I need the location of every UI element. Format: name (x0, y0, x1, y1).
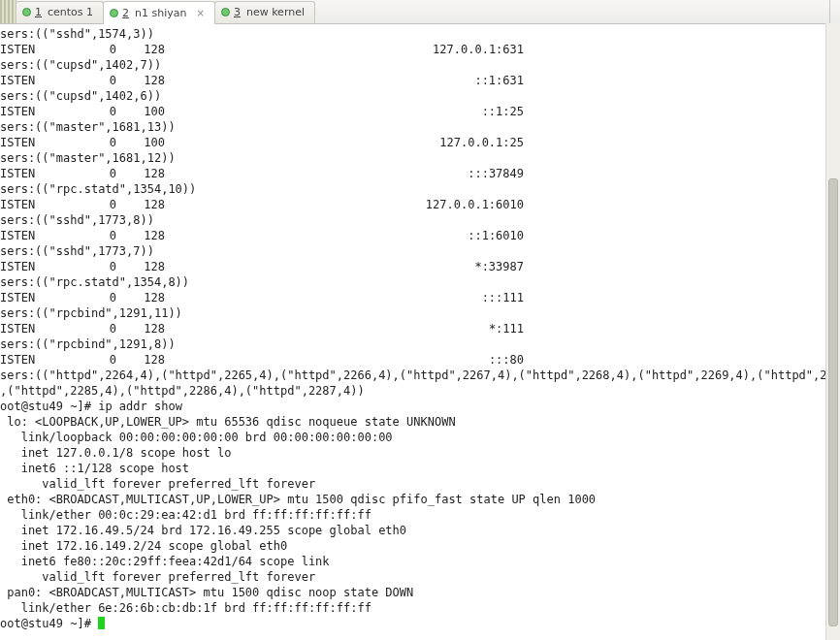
tab-label: new kernel (246, 6, 305, 18)
socket-users-line: sers:(("httpd",2264,4),("httpd",2265,4),… (0, 368, 840, 382)
shell-prompt[interactable]: oot@stu49 ~]# (0, 617, 98, 630)
socket-listen-row: ISTEN0128:::80:::* (0, 353, 840, 367)
ip-addr-line: pan0: <BROADCAST,MULTICAST> mtu 1500 qdi… (0, 586, 413, 599)
tab-centos-1[interactable]: 1centos 1 (16, 1, 104, 23)
socket-listen-row: ISTEN0128:::37849:::* (0, 167, 840, 180)
tab-n1-shiyan[interactable]: 2n1 shiyan× (103, 1, 215, 24)
socket-listen-row: ISTEN0100127.0.0.1:25*:* (0, 136, 840, 149)
ip-addr-line: link/loopback 00:00:00:00:00:00 brd 00:0… (0, 431, 393, 444)
ip-addr-line: eth0: <BROADCAST,MULTICAST,UP,LOWER_UP> … (0, 493, 596, 506)
socket-listen-row: ISTEN0128*:33987*:* (0, 260, 840, 273)
ip-addr-line: valid_lft forever preferred_lft forever (0, 477, 315, 491)
tab-new-kernel[interactable]: 3new kernel (214, 1, 315, 23)
ip-addr-line: inet6 fe80::20c:29ff:feea:42d1/64 scope … (0, 555, 330, 568)
tab-label: n1 shiyan (135, 7, 186, 19)
close-icon[interactable]: × (197, 8, 205, 18)
status-dot-icon (22, 8, 31, 16)
tab-index: 2 (122, 7, 129, 19)
vertical-scrollbar[interactable] (825, 23, 840, 640)
terminal-cursor (98, 617, 105, 629)
terminal-output: sers:(("sshd",1574,3)) ISTEN0128127.0.0.… (0, 24, 840, 631)
status-dot-icon (110, 9, 118, 17)
status-dot-icon (221, 8, 230, 16)
ip-addr-line: link/ether 6e:26:6b:cb:db:1f brd ff:ff:f… (0, 601, 372, 615)
socket-users-line: sers:(("sshd",1773,7)) (0, 244, 154, 258)
socket-listen-row: ISTEN0128127.0.0.1:631*:* (0, 43, 840, 56)
tab-drag-handle[interactable] (0, 0, 16, 23)
socket-listen-row: ISTEN0100::1:25:::* (0, 105, 840, 118)
tab-bar: 1centos 12n1 shiyan×3new kernel (0, 0, 840, 24)
socket-listen-row: ISTEN0128::1:631:::* (0, 74, 840, 87)
socket-users-line: sers:(("rpcbind",1291,8)) (0, 337, 176, 351)
shell-command: ip addr show (98, 400, 182, 413)
ip-addr-line: inet6 ::1/128 scope host (0, 462, 189, 475)
ip-addr-line: lo: <LOOPBACK,UP,LOWER_UP> mtu 65536 qdi… (0, 415, 456, 429)
ip-addr-line: inet 172.16.149.2/24 scope global eth0 (0, 539, 287, 553)
tab-index: 1 (35, 6, 42, 18)
socket-users-line: sers:(("rpc.statd",1354,8)) (0, 275, 189, 289)
socket-users-line: sers:(("master",1681,12)) (0, 151, 176, 165)
ip-addr-line: inet 172.16.49.5/24 brd 172.16.49.255 sc… (0, 524, 406, 537)
shell-prompt: oot@stu49 ~]# (0, 400, 98, 413)
socket-users-line: sers:(("rpcbind",1291,11)) (0, 306, 182, 320)
terminal-viewport[interactable]: sers:(("sshd",1574,3)) ISTEN0128127.0.0.… (0, 24, 840, 640)
socket-users-line: sers:(("cupsd",1402,7)) (0, 58, 161, 72)
socket-users-line: sers:(("cupsd",1402,6)) (0, 89, 161, 103)
socket-listen-row: ISTEN0128127.0.0.1:6010*:* (0, 198, 840, 211)
socket-users-line: ,("httpd",2285,4),("httpd",2286,4),("htt… (0, 384, 365, 398)
socket-listen-row: ISTEN0128::1:6010:::* (0, 229, 840, 242)
tab-label: centos 1 (48, 6, 93, 18)
socket-users-line: sers:(("master",1681,13)) (0, 120, 176, 134)
ip-addr-line: link/ether 00:0c:29:ea:42:d1 brd ff:ff:f… (0, 508, 372, 522)
socket-listen-row: ISTEN0128:::111:::* (0, 291, 840, 304)
socket-users-line: sers:(("rpc.statd",1354,10)) (0, 182, 196, 196)
socket-users-line: sers:(("sshd",1574,3)) (0, 27, 154, 41)
tab-index: 3 (234, 6, 241, 18)
ip-addr-line: inet 127.0.0.1/8 scope host lo (0, 446, 231, 460)
scrollbar-thumb[interactable] (828, 178, 838, 626)
socket-listen-row: ISTEN0128*:111*:* (0, 322, 840, 336)
ip-addr-line: valid_lft forever preferred_lft forever (0, 570, 315, 584)
tab-right-edge (829, 0, 840, 23)
socket-users-line: sers:(("sshd",1773,8)) (0, 213, 154, 227)
